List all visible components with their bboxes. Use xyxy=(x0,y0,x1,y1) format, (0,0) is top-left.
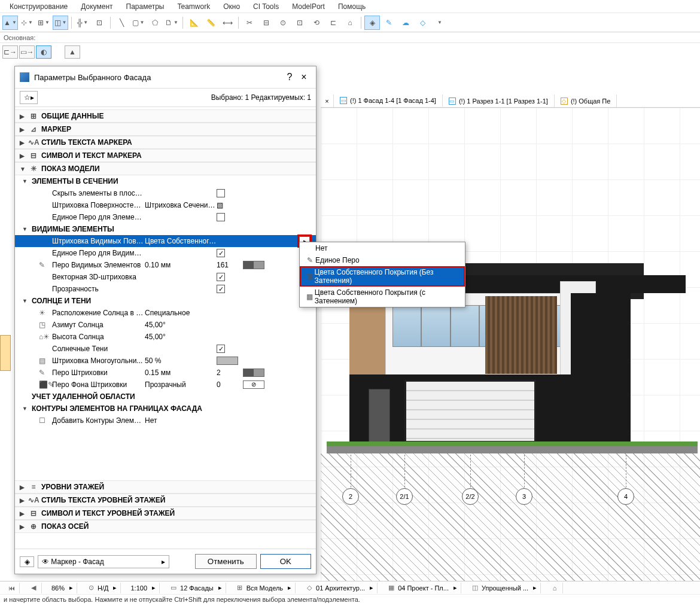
tag-tool[interactable]: ◇ xyxy=(415,16,430,30)
favorites-button[interactable]: ☆▸ xyxy=(20,91,38,104)
view-name[interactable]: ▭12 Фасады▸ xyxy=(166,583,226,593)
line-tool[interactable]: ╲ xyxy=(114,16,129,30)
tab-section-1-1[interactable]: ▭ (!) 1 Разрез 1-1 [1 Разрез 1-1] xyxy=(443,95,555,107)
menu-item-own-colors-shaded[interactable]: ▦Цвета Собственного Покрытия (с Затенени… xyxy=(300,287,465,307)
row-add-contours[interactable]: ☐Добавить Контуры Элемен...Нет xyxy=(15,415,316,427)
tab-facade-1-4[interactable]: ▭ (!) 1 Фасад 1-4 [1 Фасад 1-4] xyxy=(334,95,443,107)
section-marker-text-style[interactable]: ▶∿AСТИЛЬ ТЕКСТА МАРКЕРА xyxy=(15,136,316,149)
subsection-sun-shadows[interactable]: ▼СОЛНЦЕ И ТЕНИ xyxy=(15,295,316,307)
row-hatch-bg-pen[interactable]: ⬛✎Перо Фона ШтриховкиПрозрачный0 xyxy=(15,379,316,391)
model-filter[interactable]: ⊞Вся Модель▸ xyxy=(232,583,296,593)
checkbox[interactable]: ✓ xyxy=(217,273,225,281)
row-hatch-pen[interactable]: ✎Перо Штриховки0.15 мм2 xyxy=(15,367,316,379)
scale-info[interactable]: ⊙Н/Д▸ xyxy=(83,583,121,593)
tool-4[interactable]: ◫▼ xyxy=(53,16,68,30)
close-button[interactable]: × xyxy=(297,70,311,84)
row-sun-azimuth[interactable]: ◳Азимут Солнца45,00° xyxy=(15,319,316,331)
section-grid-display[interactable]: ▶⊕ПОКАЗ ОСЕЙ xyxy=(15,520,316,533)
tab-close[interactable]: × xyxy=(321,95,334,107)
ruler-tool[interactable]: 📏 xyxy=(203,16,218,30)
checkbox[interactable]: ✓ xyxy=(217,345,225,353)
row-visible-hatch[interactable]: Штриховка Видимых Пове...Цвета Собственн… xyxy=(15,235,316,247)
section-general[interactable]: ▶⊞ОБЩИЕ ДАННЫЕ xyxy=(15,109,316,123)
rect-tool[interactable]: ▢▼ xyxy=(130,16,146,30)
row-single-pen-visible[interactable]: Единое Перо для Видимых...✓ xyxy=(15,247,316,259)
rotate-tool[interactable]: ⊙ xyxy=(275,16,291,30)
pen-swatch[interactable] xyxy=(243,261,264,269)
sel-mode-3[interactable]: ◐ xyxy=(36,45,51,59)
measure-tool[interactable]: 📐 xyxy=(186,16,202,30)
section-model-display[interactable]: ▼☀ПОКАЗ МОДЕЛИ xyxy=(15,162,316,175)
subsection-visible-elements[interactable]: ▼ВИДИМЫЕ ЭЛЕМЕНТЫ xyxy=(15,223,316,235)
marquee-tool[interactable]: ⊹▼ xyxy=(19,16,35,30)
row-surface-hatch[interactable]: Штриховка Поверхностей ...Штриховка Сече… xyxy=(15,199,316,211)
sel-mode-1[interactable]: ⊏→ xyxy=(2,45,18,59)
layer-icon[interactable]: ◈ xyxy=(20,556,34,567)
cursor-tool[interactable]: ▲▼ xyxy=(2,16,18,30)
project-combo[interactable]: ▦04 Проект - Пл...▸ xyxy=(384,583,461,593)
hatch-swatch[interactable] xyxy=(217,357,238,365)
zoom-level[interactable]: 86%▸ xyxy=(48,583,77,593)
split-tool[interactable]: ⊟ xyxy=(258,16,274,30)
more-tool[interactable]: ▼ xyxy=(431,16,447,30)
section-marker-symbol[interactable]: ▶⊟СИМВОЛ И ТЕКСТ МАРКЕРА xyxy=(15,149,316,162)
row-visible-pen[interactable]: ✎Перо Видимых Элементов0.10 мм161 xyxy=(15,259,316,271)
menu-teamwork[interactable]: Teamwork xyxy=(172,1,217,12)
row-polygon-hatch[interactable]: ▤Штриховка Многоугольни...50 % xyxy=(15,355,316,367)
scale[interactable]: 1:100▸ xyxy=(127,583,160,593)
section-story-text-style[interactable]: ▶∿AСТИЛЬ ТЕКСТА УРОВНЕЙ ЭТАЖЕЙ xyxy=(15,494,316,507)
help-button[interactable]: ? xyxy=(282,70,297,84)
menu-ci-tools[interactable]: CI Tools xyxy=(247,1,285,12)
checkbox[interactable] xyxy=(217,189,225,197)
menu-item-single-pen[interactable]: ✎Единое Перо xyxy=(300,254,465,266)
row-sun-position[interactable]: ☀Расположение Солнца в П...Специальное xyxy=(15,307,316,319)
dialog-titlebar[interactable]: Параметры Выбранного Фасада ? × xyxy=(15,66,316,89)
tab-general[interactable]: ◇ (!) Общая Пе xyxy=(555,95,617,107)
menu-item-own-colors-unshaded[interactable]: ▥Цвета Собственного Покрытия (Без Затене… xyxy=(300,266,465,287)
sel-mode-2[interactable]: ▭→ xyxy=(19,45,35,59)
trace-tool[interactable]: ◈ xyxy=(364,16,380,30)
drawing-canvas[interactable]: 2 2/1 2/2 3 4 xyxy=(321,108,700,586)
checkbox[interactable]: ✓ xyxy=(217,249,225,257)
section-marker[interactable]: ▶⊿МАРКЕР xyxy=(15,123,316,136)
row-hide-elements[interactable]: Скрыть элементы в плоско... xyxy=(15,187,316,199)
nav-first[interactable]: ⏮ xyxy=(4,583,20,593)
subsection-removed-area[interactable]: УЧЕТ УДАЛЕННОЙ ОБЛАСТИ xyxy=(15,391,316,403)
pen-swatch[interactable] xyxy=(243,380,264,389)
mirror-tool[interactable]: ⊡ xyxy=(292,16,308,30)
section-story-levels[interactable]: ▶≡УРОВНИ ЭТАЖЕЙ xyxy=(15,480,316,494)
grid-tool[interactable]: ╬▼ xyxy=(75,16,90,30)
menu-document[interactable]: Документ xyxy=(75,1,118,12)
pen-swatch[interactable] xyxy=(243,369,264,377)
row-sun-altitude[interactable]: ⌂☀Высота Солнца45,00° xyxy=(15,331,316,343)
row-vector-3d-hatch[interactable]: Векторная 3D-штриховка✓ xyxy=(15,271,316,283)
row-single-pen-elements[interactable]: Единое Перо для Элемент... xyxy=(15,211,316,223)
section-story-symbol[interactable]: ▶⊟СИМВОЛ И ТЕКСТ УРОВНЕЙ ЭТАЖЕЙ xyxy=(15,507,316,520)
checkbox[interactable] xyxy=(217,213,225,221)
menu-construct[interactable]: Конструирование xyxy=(4,1,74,12)
tool-3[interactable]: ⊞▼ xyxy=(36,16,51,30)
dialog-body[interactable]: ▶⊞ОБЩИЕ ДАННЫЕ ▶⊿МАРКЕР ▶∿AСТИЛЬ ТЕКСТА … xyxy=(15,107,316,549)
curve-tool[interactable]: ⟲ xyxy=(309,16,324,30)
cloud-tool[interactable]: ☁ xyxy=(398,16,413,30)
layer-combo[interactable]: ◇01 Архитектур...▸ xyxy=(302,583,378,593)
display-mode[interactable]: ◫Упрощенный ...▸ xyxy=(467,583,541,593)
poly-tool[interactable]: ⬠ xyxy=(147,16,163,30)
cut-tool[interactable]: ✂ xyxy=(242,16,257,30)
row-transparency[interactable]: Прозрачность✓ xyxy=(15,283,316,295)
home-tool[interactable]: ⌂ xyxy=(342,16,358,30)
highlight-tool[interactable]: ✎ xyxy=(381,16,397,30)
clip-tool[interactable]: 🗋▼ xyxy=(164,16,179,30)
nav-prev[interactable]: ◀ xyxy=(26,583,42,593)
menu-modelport[interactable]: ModelPort xyxy=(286,1,331,12)
cancel-button[interactable]: Отменить xyxy=(195,554,257,569)
layer-selector[interactable]: 👁 Маркер - Фасад▸ xyxy=(38,555,169,568)
extend-tool[interactable]: ⊏ xyxy=(325,16,341,30)
subsection-boundary-contours[interactable]: ▼КОНТУРЫ ЭЛЕМЕНТОВ НА ГРАНИЦАХ ФАСАДА xyxy=(15,403,316,415)
menu-window[interactable]: Окно xyxy=(217,1,246,12)
snap-tool[interactable]: ⊡ xyxy=(92,16,107,30)
menu-parameters[interactable]: Параметры xyxy=(120,1,171,12)
row-sun-shadows[interactable]: Солнечные Тени✓ xyxy=(15,343,316,355)
menu-item-none[interactable]: Нет xyxy=(300,242,465,254)
ok-button[interactable]: OK xyxy=(260,554,311,569)
